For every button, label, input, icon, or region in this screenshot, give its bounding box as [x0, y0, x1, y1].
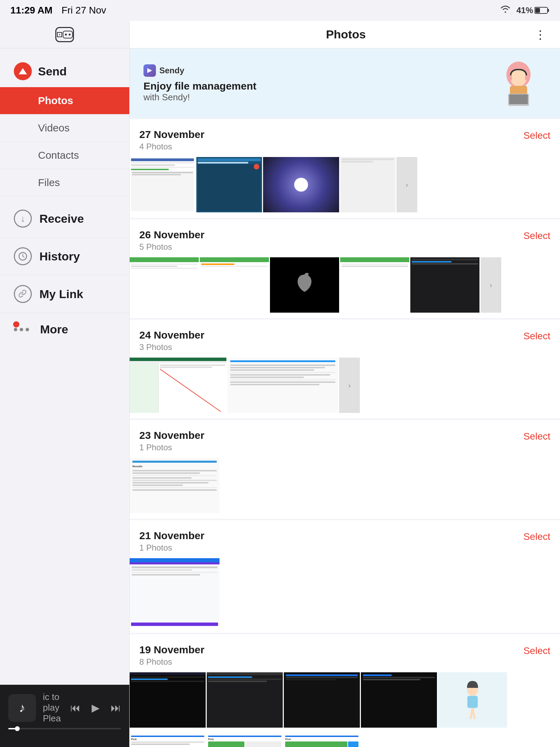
- photo-thumb[interactable]: [270, 257, 339, 313]
- section-23-select[interactable]: Select: [523, 430, 550, 442]
- svg-rect-1: [548, 9, 549, 12]
- download-icon: ↓: [14, 210, 32, 228]
- section-19-nov: 19 November 8 Photos Select: [130, 634, 560, 747]
- svg-rect-13: [525, 75, 529, 80]
- section-26-grid: ›: [130, 257, 560, 318]
- photo-thumb[interactable]: [284, 672, 360, 728]
- section-27-select[interactable]: Select: [523, 129, 550, 141]
- next-button[interactable]: ⏭: [111, 702, 121, 714]
- photo-thumb[interactable]: [130, 257, 199, 313]
- section-21-date: 21 November: [139, 530, 204, 542]
- photo-thumb[interactable]: [438, 672, 507, 728]
- photo-thumb[interactable]: Pick: [130, 734, 206, 747]
- section-23-nov: 23 November 1 Photos Select Results: [130, 420, 560, 519]
- receive-label: Receive: [39, 212, 84, 225]
- section-27-count: 4 Photos: [139, 142, 204, 151]
- section-24-select[interactable]: Select: [523, 329, 550, 342]
- prev-button[interactable]: ⏮: [70, 702, 81, 714]
- disc-image: [263, 157, 339, 212]
- photo-thumb[interactable]: [227, 358, 338, 413]
- svg-rect-3: [63, 31, 72, 38]
- more-menu-button[interactable]: ⋮: [534, 28, 546, 42]
- section-21-nov: 21 November 1 Photos Select: [130, 520, 560, 633]
- section-27-nov: 27 November 4 Photos Select: [130, 119, 560, 218]
- sendy-icon: [143, 64, 156, 77]
- photo-thumb[interactable]: [207, 672, 283, 728]
- play-button[interactable]: ▶: [92, 702, 100, 714]
- nav-item-photos[interactable]: Photos: [0, 87, 129, 114]
- photo-thumb[interactable]: [361, 672, 437, 728]
- nav-item-receive[interactable]: ↓ Receive: [0, 200, 129, 238]
- photo-thumb[interactable]: [130, 558, 220, 627]
- section-24-date: 24 November: [139, 329, 204, 341]
- mylink-label: My Link: [39, 287, 83, 301]
- section-23-grid: Results: [130, 458, 560, 519]
- photo-more: ›: [396, 157, 417, 212]
- photo-thumb[interactable]: [130, 672, 206, 728]
- content-scroll[interactable]: Sendy Enjoy file management with Sendy!: [130, 48, 560, 747]
- more-label: More: [40, 323, 68, 336]
- section-19-count: 8 Photos: [139, 657, 204, 667]
- bot-icon: [55, 27, 74, 42]
- section-26-count: 5 Photos: [139, 242, 204, 252]
- photo-thumb[interactable]: Results: [130, 458, 220, 513]
- photo-thumb[interactable]: [263, 157, 339, 212]
- status-bar: 11:29 AM Fri 27 Nov 41%: [0, 0, 560, 21]
- sidebar-header: [0, 21, 129, 48]
- svg-rect-2: [535, 8, 540, 13]
- music-progress-bar[interactable]: [8, 728, 121, 729]
- photo-thumb[interactable]: [196, 157, 262, 212]
- photo-thumb[interactable]: Pick: [284, 734, 360, 747]
- content-title: Photos: [326, 28, 366, 41]
- nav-sub-items: Photos Videos Contacts Files: [0, 87, 129, 196]
- sidebar-nav: Send Photos Videos Contacts Files ↓ Rece…: [0, 48, 129, 685]
- photo-thumb[interactable]: [410, 257, 479, 313]
- banner-title: Enjoy file management: [143, 80, 256, 92]
- photo-more: ›: [339, 358, 360, 413]
- nav-item-history[interactable]: History: [0, 238, 129, 275]
- music-album-art: ♪: [8, 694, 36, 722]
- status-date: Fri 27 Nov: [62, 5, 106, 16]
- section-21-select[interactable]: Select: [523, 530, 550, 542]
- photo-more: ›: [480, 257, 501, 313]
- section-27-date: 27 November: [139, 129, 204, 140]
- music-controls[interactable]: ⏮ ▶ ⏭: [70, 702, 121, 714]
- section-23-date: 23 November: [139, 430, 204, 441]
- nav-send[interactable]: Send: [0, 55, 129, 87]
- nav-item-mylink[interactable]: My Link: [0, 275, 129, 313]
- nav-item-videos[interactable]: Videos: [0, 114, 129, 142]
- section-27-grid: ›: [130, 157, 560, 218]
- svg-point-5: [69, 34, 71, 35]
- content-header: Photos ⋮: [130, 21, 560, 48]
- section-24-count: 3 Photos: [139, 342, 204, 352]
- history-label: History: [39, 250, 80, 263]
- more-dots-icon: [14, 328, 29, 331]
- music-note-icon: ♪: [19, 701, 25, 715]
- svg-rect-11: [509, 94, 528, 104]
- battery-icon: 41%: [516, 6, 550, 15]
- svg-rect-12: [508, 75, 512, 80]
- photo-thumb[interactable]: Pick: [207, 734, 283, 747]
- music-title: ic to play Plea: [43, 692, 61, 723]
- wifi-icon: [500, 5, 511, 16]
- music-info: ic to play Plea: [43, 692, 63, 724]
- nav-item-files[interactable]: Files: [0, 169, 129, 196]
- section-19-grid-row2: Pick Pick: [130, 734, 560, 747]
- photo-thumb[interactable]: [340, 157, 395, 212]
- send-label: Send: [38, 65, 67, 78]
- send-icon: [14, 62, 32, 80]
- banner-logo: Sendy: [143, 64, 256, 77]
- clock-icon: [14, 247, 32, 265]
- section-19-select[interactable]: Select: [523, 644, 550, 656]
- status-icons: 41%: [500, 5, 550, 16]
- photo-thumb[interactable]: [130, 358, 226, 413]
- nav-item-contacts[interactable]: Contacts: [0, 142, 129, 169]
- music-player: ♪ ic to play Plea ⏮ ▶ ⏭: [0, 685, 129, 747]
- apple-product-image: [270, 257, 339, 313]
- photo-thumb[interactable]: [130, 157, 195, 212]
- nav-item-more[interactable]: More: [0, 313, 129, 346]
- section-26-select[interactable]: Select: [523, 229, 550, 241]
- content-area: Photos ⋮ Sendy Enjoy file management: [130, 21, 560, 747]
- photo-thumb[interactable]: [340, 257, 409, 313]
- photo-thumb[interactable]: [200, 257, 269, 313]
